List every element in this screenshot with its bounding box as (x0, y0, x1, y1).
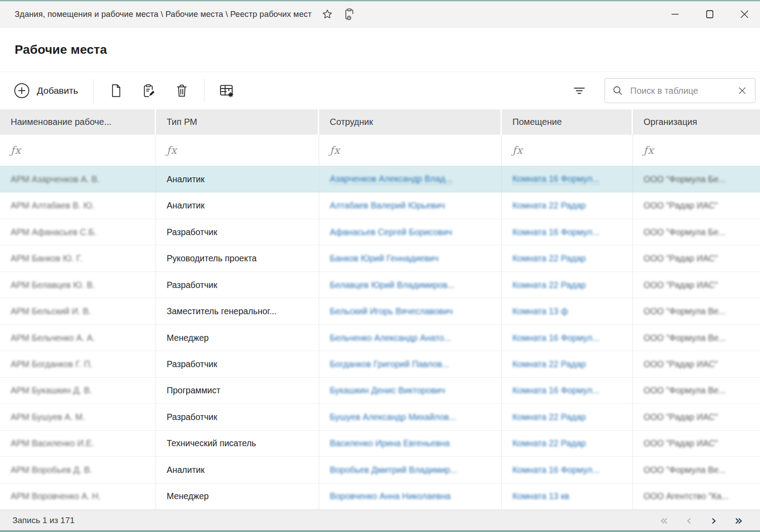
cell-employee: Воровченко Анна Николаевна (319, 484, 502, 509)
filter-icon[interactable] (568, 79, 591, 102)
table-row[interactable]: АРМ Бушуев А. М.РазработчикБушуев Алекса… (0, 404, 760, 430)
table-row[interactable]: АРМ Бельский И. В.Заместитель генерально… (0, 298, 760, 324)
page-title: Рабочие места (15, 43, 107, 57)
cell-name: АРМ Банков Ю. Г. (0, 245, 156, 271)
employee-link[interactable]: Банков Юрий Геннадиевич (330, 253, 439, 264)
table-row[interactable]: АРМ Букашкин Д. В.ПрограммистБукашкин Де… (0, 378, 760, 404)
table-row[interactable]: АРМ Бельченко А. А.МенеджерБельченко Але… (0, 325, 760, 351)
table-row[interactable]: АРМ Банков Ю. Г.Руководитель проектаБанк… (0, 245, 760, 272)
room-link[interactable]: Комната 22 Радар (512, 280, 586, 290)
cell-type: Разработчик (156, 404, 319, 430)
cell-employee: Азарченков Александр Влад... (319, 166, 502, 192)
formula-icon: ƒx (11, 144, 21, 156)
cell-org: ООО "Радар ИАС" (633, 351, 760, 377)
cell-name: АРМ Бельский И. В. (0, 298, 156, 324)
room-link[interactable]: Комната 22 Радар (512, 438, 586, 448)
type-text: Технический писатель (167, 438, 256, 448)
room-link[interactable]: Комната 16 Формул... (512, 385, 600, 396)
table-settings-icon[interactable] (215, 79, 238, 102)
cell-type: Разработчик (156, 219, 319, 245)
column-header[interactable]: Помещение (502, 109, 633, 135)
favorite-star-icon[interactable] (320, 7, 335, 22)
table-row[interactable]: АРМ Воробьев Д. В.АналитикВоробьев Дмитр… (0, 457, 760, 483)
formula-icon: ƒx (330, 144, 340, 156)
employee-link[interactable]: Белавцев Юрий Владимиров... (330, 280, 455, 290)
column-header[interactable]: Организация (633, 109, 760, 135)
name-text: АРМ Василенко И.Е. (11, 438, 94, 448)
table-row[interactable]: АРМ Богданков Г. П.РазработчикБогданков … (0, 351, 760, 377)
breadcrumb[interactable]: Здания, помещения и рабочие места \ Рабо… (15, 9, 312, 19)
room-link[interactable]: Комната 13 ф (512, 306, 568, 316)
cell-name: АРМ Алтабаев В. Ю. (0, 192, 156, 218)
cell-org: ООО "Формула Ве... (633, 457, 760, 483)
search-input[interactable] (629, 85, 730, 96)
employee-link[interactable]: Бельский Игорь Вячеславович (330, 306, 453, 316)
copy-link-icon[interactable] (342, 7, 357, 22)
window-maximize-button[interactable] (700, 5, 720, 23)
type-text: Аналитик (167, 174, 204, 184)
room-link[interactable]: Комната 16 Формул... (512, 465, 600, 475)
table-row[interactable]: АРМ Белавцев Ю. В.РазработчикБелавцев Юр… (0, 272, 760, 298)
table-body: АРМ Азарченков А. В.АналитикАзарченков А… (0, 166, 760, 510)
employee-link[interactable]: Азарченков Александр Влад... (330, 174, 452, 184)
pagination-next-button[interactable]: › (704, 512, 724, 529)
employee-link[interactable]: Богданков Григорий Павлов... (330, 359, 449, 369)
table-row[interactable]: АРМ Азарченков А. В.АналитикАзарченков А… (0, 166, 760, 192)
employee-link[interactable]: Воровченко Анна Николаевна (330, 491, 451, 501)
room-link[interactable]: Комната 22 Радар (512, 359, 586, 369)
column-filter-cell[interactable]: ƒx (502, 135, 633, 166)
add-button[interactable]: Добавить (13, 79, 83, 103)
table-row[interactable]: АРМ Василенко И.Е.Технический писательВа… (0, 431, 760, 457)
table-row[interactable]: АРМ Воровченко А. Н.МенеджерВоровченко А… (0, 484, 760, 510)
employee-link[interactable]: Афанасьев Сергей Борисович (330, 227, 452, 237)
edit-record-icon[interactable] (137, 79, 160, 102)
cell-employee: Василенко Ирина Евгеньевна (319, 431, 502, 456)
column-filter-cell[interactable]: ƒx (633, 135, 760, 166)
column-header[interactable]: Сотрудник (319, 109, 502, 135)
employee-link[interactable]: Воробьев Дмитрий Владимир... (330, 465, 457, 475)
table-row[interactable]: АРМ Алтабаев В. Ю.АналитикАлтабаев Валер… (0, 192, 760, 219)
pagination-prev-button[interactable]: ‹ (679, 512, 699, 529)
cell-org: ООО "Формула Бе... (633, 219, 760, 245)
column-filter-cell[interactable]: ƒx (156, 135, 319, 166)
room-link[interactable]: Комната 16 Формул... (512, 227, 600, 237)
clear-search-icon[interactable] (736, 84, 749, 97)
cell-name: АРМ Бушуев А. М. (0, 404, 156, 430)
name-text: АРМ Воробьев Д. В. (11, 465, 92, 475)
cell-room: Комната 16 Формул... (502, 325, 633, 351)
employee-link[interactable]: Василенко Ирина Евгеньевна (330, 438, 450, 448)
cell-type: Технический писатель (156, 431, 319, 456)
room-link[interactable]: Комната 22 Радар (512, 253, 586, 264)
room-link[interactable]: Комната 22 Радар (512, 412, 586, 422)
room-link[interactable]: Комната 16 Формул... (512, 174, 600, 184)
room-link[interactable]: Комната 16 Формул... (512, 333, 600, 343)
org-text: ООО "Радар ИАС" (644, 438, 718, 448)
employee-link[interactable]: Алтабаев Валерий Юрьевич (330, 200, 445, 211)
pagination-last-button[interactable]: » (729, 512, 748, 529)
cell-org: ООО "Формула Ве... (633, 378, 760, 404)
org-text: ООО "Формула Ве... (644, 465, 726, 475)
column-header[interactable]: Наименование рабоче... (0, 109, 156, 135)
cell-room: Комната 22 Радар (502, 431, 633, 456)
room-link[interactable]: Комната 22 Радар (512, 200, 586, 211)
delete-icon[interactable] (170, 79, 193, 102)
column-filter-cell[interactable]: ƒx (319, 135, 502, 166)
table-row[interactable]: АРМ Афанасьев С.Б.РазработчикАфанасьев С… (0, 219, 760, 245)
statusbar: Запись 1 из 171 « ‹ › » (0, 510, 760, 530)
cell-room: Комната 22 Радар (502, 351, 633, 377)
room-link[interactable]: Комната 13 кв (512, 491, 569, 501)
employee-link[interactable]: Букашкин Денис Викторович (330, 385, 445, 396)
window-close-button[interactable] (734, 5, 755, 23)
column-filter-cell[interactable]: ƒx (0, 135, 156, 166)
column-header[interactable]: Тип РМ (156, 109, 319, 135)
window-minimize-button[interactable] (665, 5, 685, 23)
cell-type: Программист (156, 378, 319, 404)
pagination-first-button[interactable]: « (654, 512, 674, 529)
employee-link[interactable]: Бушуев Александр Михайлов... (330, 412, 456, 422)
employee-link[interactable]: Бельченко Александр Анато... (330, 333, 451, 343)
cell-type: Аналитик (156, 457, 319, 483)
page-header: Рабочие места (0, 28, 760, 72)
name-text: АРМ Афанасьев С.Б. (11, 227, 96, 237)
cell-org: ООО "Радар ИАС" (633, 431, 760, 456)
new-document-icon[interactable] (104, 79, 128, 102)
